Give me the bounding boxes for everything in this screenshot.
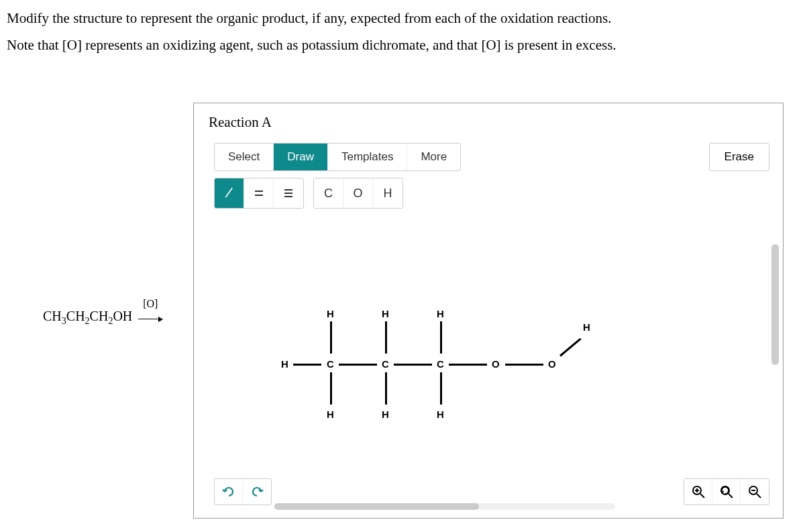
zoom-out-button[interactable]	[741, 479, 769, 504]
tab-select[interactable]: Select	[215, 144, 274, 170]
bond[interactable]	[293, 364, 321, 366]
bond[interactable]	[339, 364, 377, 366]
atom-h[interactable]: H	[382, 409, 389, 420]
vertical-scrollbar[interactable]	[771, 244, 779, 365]
zoom-group	[684, 478, 769, 505]
scrollbar-thumb[interactable]	[274, 503, 479, 510]
atom-o[interactable]: O	[548, 358, 556, 370]
zoom-in-icon	[691, 484, 706, 499]
toolbar-tools: / C O H	[214, 178, 783, 209]
reaction-arrow-icon	[138, 319, 162, 319]
redo-button[interactable]	[243, 479, 271, 504]
bond-double-icon	[252, 187, 266, 200]
bond-double-button[interactable]	[244, 178, 274, 208]
atom-h[interactable]: H	[437, 409, 444, 420]
atom-h[interactable]: H	[327, 409, 334, 420]
atom-h[interactable]: H	[327, 308, 334, 319]
atom-c[interactable]: C	[327, 358, 334, 370]
redo-icon	[250, 486, 264, 498]
atom-h[interactable]: H	[583, 321, 590, 333]
bond[interactable]	[330, 372, 332, 405]
bond[interactable]	[385, 372, 387, 405]
bond[interactable]	[559, 338, 582, 357]
instructions-block: Modify the structure to represent the or…	[0, 0, 805, 62]
instruction-line-1: Modify the structure to represent the or…	[7, 5, 798, 32]
bond[interactable]	[440, 372, 442, 405]
tab-draw[interactable]: Draw	[274, 144, 328, 170]
bond[interactable]	[440, 321, 442, 354]
bond[interactable]	[505, 364, 543, 366]
reaction-title: Reaction A	[194, 103, 783, 131]
bond[interactable]	[385, 321, 387, 354]
tab-templates[interactable]: Templates	[328, 144, 407, 170]
horizontal-scrollbar[interactable]	[274, 503, 615, 510]
zoom-out-icon	[747, 484, 762, 499]
bond-tools: /	[214, 178, 304, 209]
zoom-in-button[interactable]	[684, 479, 712, 504]
undo-icon	[222, 486, 235, 498]
bond-triple-icon	[282, 187, 295, 200]
undo-redo-group	[214, 478, 272, 505]
atom-c[interactable]: C	[437, 358, 444, 370]
bond-single-icon: /	[224, 184, 234, 203]
bottom-toolbar	[194, 478, 783, 518]
bond-single-button[interactable]: /	[215, 178, 244, 208]
oxidizer-label: [O]	[143, 298, 158, 310]
svg-line-6	[700, 494, 704, 498]
drawing-canvas[interactable]: H C H H C H H C H H	[194, 217, 783, 478]
structure-editor: Reaction A Select Draw Templates More Er…	[193, 103, 784, 519]
atom-o[interactable]: O	[492, 358, 500, 370]
bond-triple-button[interactable]	[274, 178, 303, 208]
element-c-button[interactable]: C	[314, 178, 343, 208]
mode-tabs: Select Draw Templates More	[214, 143, 461, 171]
atom-c[interactable]: C	[382, 358, 389, 370]
reaction-prompt: CH3CH2CH2OH [O]	[43, 309, 162, 327]
undo-button[interactable]	[215, 479, 243, 504]
bond[interactable]	[394, 364, 432, 366]
erase-button[interactable]: Erase	[709, 143, 769, 171]
atom-h[interactable]: H	[437, 308, 444, 319]
zoom-reset-button[interactable]	[712, 479, 741, 504]
svg-line-12	[757, 494, 761, 498]
zoom-reset-icon	[719, 484, 734, 499]
bond[interactable]	[449, 364, 487, 366]
toolbar-main: Select Draw Templates More Erase	[214, 143, 769, 171]
element-h-button[interactable]: H	[373, 178, 402, 208]
element-o-button[interactable]: O	[343, 178, 373, 208]
atom-h[interactable]: H	[382, 308, 389, 319]
tab-more[interactable]: More	[407, 144, 460, 170]
instruction-line-2: Note that [O] represents an oxidizing ag…	[7, 32, 798, 59]
element-tools: C O H	[313, 178, 403, 209]
atom-h[interactable]: H	[281, 358, 288, 370]
bond[interactable]	[330, 321, 332, 354]
svg-line-10	[729, 494, 733, 498]
